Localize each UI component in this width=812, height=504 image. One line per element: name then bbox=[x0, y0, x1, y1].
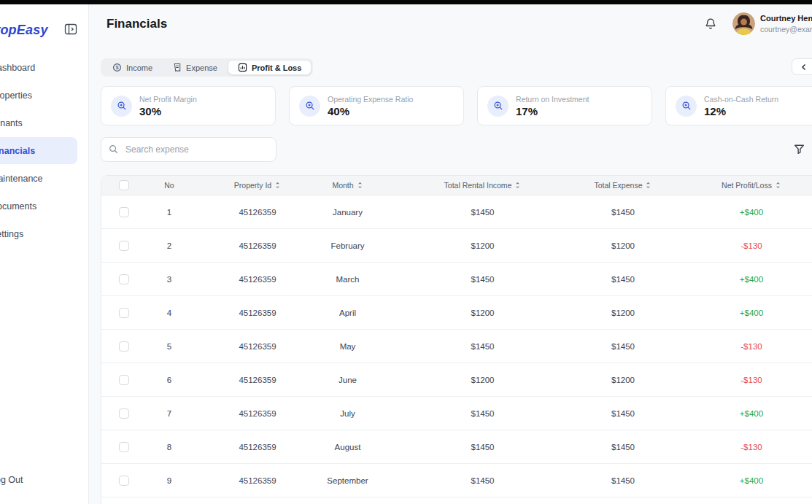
column-label: Month bbox=[332, 181, 353, 190]
zoom-in-icon bbox=[111, 96, 132, 117]
tab-label: Expense bbox=[186, 63, 217, 72]
page-header: Financials Courtney Hen bbox=[101, 4, 812, 44]
column-header-month[interactable]: Month bbox=[313, 181, 382, 190]
row-checkbox[interactable] bbox=[119, 375, 129, 385]
profit-loss-table: NoProperty IdMonthTotal Rental IncomeTot… bbox=[101, 175, 812, 504]
cell-total-rental-income: $1450 bbox=[382, 275, 583, 284]
tab-profit-loss[interactable]: Profit & Loss bbox=[228, 60, 312, 75]
period-nav-button[interactable]: Au bbox=[792, 58, 812, 75]
cell-total-rental-income: $1450 bbox=[382, 409, 583, 418]
tab-expense[interactable]: Expense bbox=[163, 60, 228, 75]
cell-month: February bbox=[313, 241, 382, 250]
cell-month: August bbox=[313, 443, 382, 451]
cell-total-rental-income: $1450 bbox=[382, 342, 583, 351]
tab-income[interactable]: $Income bbox=[102, 60, 163, 75]
column-label: Property Id bbox=[234, 181, 271, 190]
cell-no: 5 bbox=[136, 342, 202, 351]
sidebar-item-label: Dashboard bbox=[0, 63, 35, 73]
row-checkbox[interactable] bbox=[119, 476, 129, 486]
select-all-checkbox[interactable] bbox=[119, 180, 129, 190]
row-checkbox-cell bbox=[101, 207, 136, 217]
row-checkbox[interactable] bbox=[119, 442, 129, 452]
user-name: Courtney Henry bbox=[760, 14, 812, 23]
sidebar-item-documents[interactable]: Documents bbox=[0, 193, 77, 220]
search-icon bbox=[109, 144, 118, 154]
sort-icon bbox=[645, 182, 651, 189]
tabs-row: $IncomeExpenseProfit & Loss Au bbox=[101, 58, 812, 76]
row-checkbox-cell bbox=[101, 341, 136, 352]
cell-total-rental-income: $1200 bbox=[382, 309, 583, 317]
row-checkbox-cell bbox=[101, 375, 136, 385]
zoom-in-icon bbox=[299, 96, 320, 117]
sidebar-item-label: Financials bbox=[0, 146, 35, 156]
row-checkbox[interactable] bbox=[119, 241, 129, 251]
column-label: Total Rental Income bbox=[444, 181, 512, 190]
table-row: 545126359May$1450$1450-$130 bbox=[101, 330, 812, 363]
avatar[interactable] bbox=[732, 12, 755, 35]
column-header-property-id[interactable]: Property Id bbox=[202, 181, 313, 190]
cell-net-profit-loss: -$130 bbox=[663, 342, 812, 351]
cell-total-expense: $1450 bbox=[583, 342, 663, 351]
row-checkbox-cell bbox=[101, 308, 136, 318]
cell-no: 3 bbox=[136, 275, 202, 284]
tab-label: Income bbox=[126, 63, 152, 72]
stat-label: Return on Investment bbox=[516, 95, 589, 104]
cell-net-profit-loss: +$400 bbox=[663, 275, 812, 284]
sidebar-item-properties[interactable]: Properties bbox=[0, 82, 77, 109]
cell-month: June bbox=[313, 376, 382, 384]
cell-month: September bbox=[313, 476, 382, 485]
table-row: 945126359September$1450$1450+$400 bbox=[101, 464, 812, 497]
stat-label: Net Profit Margin bbox=[139, 95, 197, 104]
cell-month: April bbox=[313, 309, 382, 317]
row-checkbox[interactable] bbox=[119, 308, 129, 318]
column-header-total-expense[interactable]: Total Expense bbox=[583, 181, 663, 190]
sort-icon bbox=[775, 182, 781, 189]
cell-no: 7 bbox=[136, 409, 202, 418]
stat-text: Operating Expense Ratio40% bbox=[328, 95, 413, 117]
logo-row: PropEasy bbox=[0, 19, 88, 41]
cell-property-id: 45126359 bbox=[202, 443, 313, 451]
cell-total-expense: $1200 bbox=[583, 376, 663, 384]
toolbar bbox=[101, 137, 812, 162]
row-checkbox[interactable] bbox=[119, 408, 129, 419]
row-checkbox-cell bbox=[101, 442, 136, 452]
row-checkbox[interactable] bbox=[119, 274, 129, 284]
column-header-total-rental-income[interactable]: Total Rental Income bbox=[382, 181, 583, 190]
cell-net-profit-loss: -$130 bbox=[663, 241, 812, 250]
sidebar-item-financials[interactable]: Financials bbox=[0, 137, 77, 164]
sidebar-item-label: Maintenance bbox=[0, 174, 43, 184]
cell-net-profit-loss: +$400 bbox=[663, 309, 812, 317]
main-content: Financials Courtney Hen bbox=[101, 4, 812, 504]
row-checkbox-cell bbox=[101, 408, 136, 419]
cell-no: 1 bbox=[136, 208, 202, 217]
logout-button[interactable]: Log Out bbox=[0, 475, 23, 485]
sidebar-item-maintenance[interactable]: Maintenance bbox=[0, 165, 77, 192]
table-header: NoProperty IdMonthTotal Rental IncomeTot… bbox=[101, 176, 812, 195]
top-window-bar bbox=[0, 0, 812, 4]
cell-total-expense: $1450 bbox=[583, 275, 663, 284]
sidebar-item-label: Properties bbox=[0, 90, 32, 101]
cell-total-expense: $1450 bbox=[583, 208, 663, 217]
row-checkbox[interactable] bbox=[119, 207, 129, 217]
row-checkbox[interactable] bbox=[119, 341, 129, 352]
cell-month: July bbox=[313, 409, 382, 418]
notification-bell-icon[interactable] bbox=[703, 18, 718, 32]
sidebar-item-settings[interactable]: Settings bbox=[0, 220, 77, 247]
cell-month: March bbox=[313, 275, 382, 284]
stat-value: 12% bbox=[704, 105, 778, 117]
column-header-net-profit-loss[interactable]: Net Profit/Loss bbox=[663, 181, 812, 190]
search-input[interactable] bbox=[101, 137, 277, 162]
stat-text: Cash-on-Cash Return12% bbox=[704, 95, 778, 117]
sidebar-item-dashboard[interactable]: Dashboard bbox=[0, 54, 77, 81]
cell-property-id: 45126359 bbox=[202, 376, 313, 384]
cell-total-rental-income: $1200 bbox=[382, 376, 583, 384]
table-row: 645126359June$1200$1200-$130 bbox=[101, 363, 812, 397]
cell-total-rental-income: $1450 bbox=[382, 476, 583, 485]
table-row: 245126359February$1200$1200-$130 bbox=[101, 229, 812, 263]
header-checkbox-cell bbox=[101, 180, 136, 190]
sidebar-item-tenants[interactable]: Tenants bbox=[0, 109, 77, 136]
cell-total-rental-income: $1450 bbox=[382, 208, 583, 217]
filter-icon[interactable] bbox=[792, 143, 805, 156]
cell-month: January bbox=[313, 208, 382, 217]
collapse-sidebar-icon[interactable] bbox=[63, 22, 79, 38]
